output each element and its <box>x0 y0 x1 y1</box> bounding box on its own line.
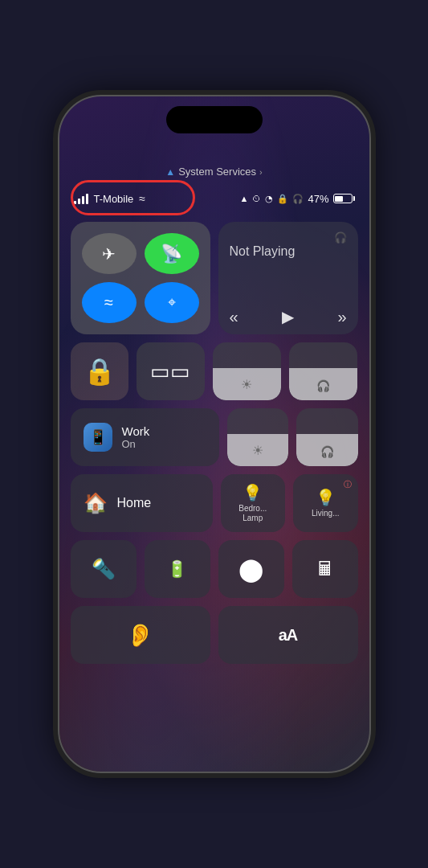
bedroom-lamp-button[interactable]: 💡 Bedro...Lamp <box>221 474 286 532</box>
volume-tile-2[interactable]: 🎧 <box>296 408 358 466</box>
status-icons-area: ▲ ⏲ ◔ 🔒 🎧 47% <box>240 193 355 205</box>
airpods-icon-2: 🎧 <box>320 445 334 458</box>
system-services-label: System Services <box>178 166 256 178</box>
home-button[interactable]: 🏠 Home <box>71 474 213 532</box>
focus-text: Work On <box>122 424 150 450</box>
chevron-right-icon: › <box>259 167 263 177</box>
row-screen-controls: 🔒 ▭▭ ☀ 🎧 <box>71 342 358 400</box>
battery-icon <box>333 194 355 203</box>
bedroom-lamp-label: Bedro...Lamp <box>238 504 267 523</box>
wifi-button[interactable]: ≈ <box>82 282 137 323</box>
focus-sublabel: On <box>122 438 150 450</box>
wifi-icon: ≈ <box>104 293 113 312</box>
screen-mirror-button[interactable]: ▭▭ <box>137 342 205 400</box>
bluetooth-icon: ⌖ <box>168 294 176 311</box>
row-accessibility: 👂 aA <box>71 606 358 664</box>
lamp-alert-icon: ⓘ <box>344 479 352 490</box>
status-bar: T-Mobile ≈ ▲ ⏲ ◔ 🔒 🎧 47% <box>74 185 355 212</box>
battery-widget-icon: 🔋 <box>167 559 187 579</box>
volume-slider[interactable]: 🎧 <box>289 342 357 400</box>
flashlight-button[interactable]: 🔦 <box>71 540 137 598</box>
screen-lock-icon: 🔒 <box>84 356 116 387</box>
ear-icon: 👂 <box>126 622 154 649</box>
row-tools: 🔦 🔋 ⬤ 🖩 <box>71 540 358 598</box>
rewind-button[interactable]: « <box>230 308 238 326</box>
control-center: ✈ 📡 ≈ ⌖ 🎧 Not Playing « ▶ » <box>71 222 358 752</box>
screen-record-button[interactable]: ⬤ <box>218 540 284 598</box>
bluetooth-button[interactable]: ⌖ <box>145 282 199 323</box>
text-size-label: aA <box>279 626 298 645</box>
row-home: 🏠 Home 💡 Bedro...Lamp 💡 Living... ⓘ <box>71 474 358 532</box>
alarm-icon: ⏲ <box>252 194 261 203</box>
play-button[interactable]: ▶ <box>282 307 294 326</box>
screen-record-icon: ⬤ <box>238 556 263 583</box>
carrier-area: T-Mobile ≈ <box>74 192 146 205</box>
signal-bar-4 <box>86 194 88 204</box>
sun-icon-2: ☀ <box>252 443 263 458</box>
brightness-tile-2[interactable]: ☀ <box>227 408 289 466</box>
airplane-icon: ✈ <box>102 244 116 264</box>
signal-bar-1 <box>74 201 76 204</box>
sync-icon: ◔ <box>265 194 273 204</box>
forward-button[interactable]: » <box>337 308 346 326</box>
home-icon: 🏠 <box>84 492 108 514</box>
headphones-icon: 🎧 <box>292 194 304 204</box>
home-label: Home <box>117 496 152 510</box>
signal-bar-2 <box>78 199 80 204</box>
now-playing-tile[interactable]: 🎧 Not Playing « ▶ » <box>218 222 358 334</box>
calculator-button[interactable]: 🖩 <box>292 540 358 598</box>
calculator-icon: 🖩 <box>316 558 335 580</box>
bedroom-lamp-icon: 💡 <box>243 483 263 502</box>
location-arrow-icon: ▲ <box>165 166 175 178</box>
phone-frame: ▲ System Services › T-Mobile ≈ ▲ ⏲ ◔ 🔒 🎧… <box>58 95 371 773</box>
screen-mirror-icon: ▭▭ <box>150 359 190 384</box>
lock-rotation-icon: 🔒 <box>277 194 288 204</box>
now-playing-title: Not Playing <box>230 244 347 259</box>
brightness-icon: ☀ <box>241 377 252 392</box>
focus-label: Work <box>122 424 150 438</box>
airpods-volume-icon: 🎧 <box>316 379 330 392</box>
battery-widget-button[interactable]: 🔋 <box>145 540 210 598</box>
focus-button[interactable]: 📱 Work On <box>71 408 219 466</box>
text-size-button[interactable]: aA <box>218 606 358 664</box>
airplane-mode-button[interactable]: ✈ <box>82 233 137 274</box>
brightness-slider[interactable]: ☀ <box>213 342 281 400</box>
carrier-name: T-Mobile <box>94 193 134 205</box>
living-lamp-label: Living... <box>312 509 339 518</box>
screen-lock-button[interactable]: 🔒 <box>71 342 128 400</box>
connectivity-tile: ✈ 📡 ≈ ⌖ <box>71 222 210 334</box>
airpods-icon: 🎧 <box>334 231 347 244</box>
focus-avatar: 📱 <box>84 423 112 452</box>
row-focus: 📱 Work On ☀ 🎧 <box>71 408 358 466</box>
playback-controls: « ▶ » <box>230 307 347 326</box>
system-services-bar[interactable]: ▲ System Services › <box>59 166 369 178</box>
cellular-button[interactable]: 📡 <box>145 233 199 274</box>
wifi-status-icon: ≈ <box>139 192 145 205</box>
living-lamp-icon: 💡 <box>316 488 336 507</box>
flashlight-icon: 🔦 <box>92 558 116 580</box>
location-icon: ▲ <box>240 194 249 203</box>
row-connectivity-nowplaying: ✈ 📡 ≈ ⌖ 🎧 Not Playing « ▶ » <box>71 222 358 334</box>
cellular-icon: 📡 <box>161 244 182 264</box>
living-lamp-button[interactable]: 💡 Living... ⓘ <box>293 474 358 532</box>
dynamic-island <box>166 106 263 133</box>
hearing-button[interactable]: 👂 <box>71 606 210 664</box>
signal-bar-3 <box>82 196 84 204</box>
signal-bars <box>74 193 88 204</box>
battery-percent: 47% <box>308 193 328 205</box>
focus-person-icon: 📱 <box>89 428 107 446</box>
